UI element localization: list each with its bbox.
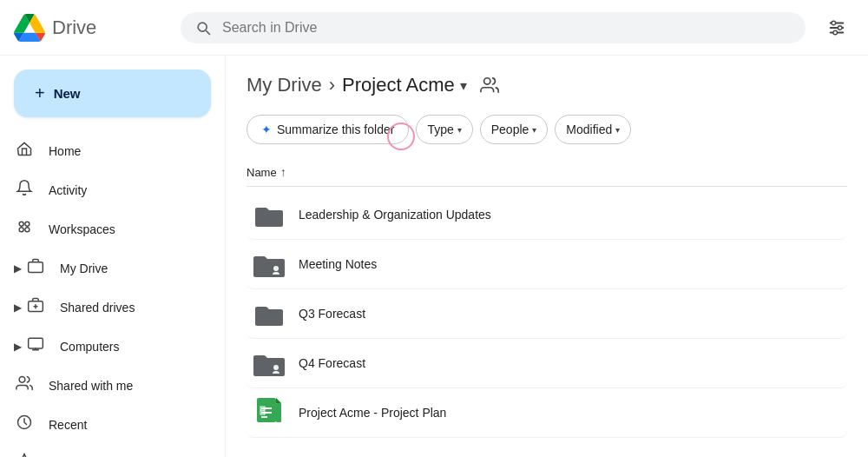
folder-icon (253, 298, 285, 329)
content-area: My Drive › Project Acme ▾ ✦ Summarize th… (226, 56, 868, 457)
file-list: Leadership & Organization Updates Meetin… (247, 190, 847, 438)
modified-filter-button[interactable]: Modified ▾ (555, 115, 631, 144)
sidebar-item-home[interactable]: Home (0, 131, 211, 170)
modified-filter-arrow-icon: ▾ (615, 125, 620, 135)
sidebar-item-label: Recent (49, 418, 87, 432)
sidebar-item-shared-drives[interactable]: ▶ Shared drives (0, 288, 211, 327)
new-plus-icon: + (35, 83, 45, 103)
table-header: Name ↑ (247, 158, 847, 187)
table-row[interactable]: Meeting Notes (247, 240, 847, 289)
svg-rect-24 (276, 403, 281, 422)
workspaces-icon (14, 218, 35, 240)
table-row[interactable]: Q4 Forecast (247, 339, 847, 388)
shared-with-me-icon (14, 374, 35, 396)
svg-point-20 (273, 266, 279, 271)
sidebar-item-activity[interactable]: Activity (0, 170, 211, 209)
table-row[interactable]: Leadership & Organization Updates (247, 190, 847, 240)
breadcrumb: My Drive › Project Acme ▾ (247, 70, 847, 101)
main-layout: + New Home Activity Workspaces ▶ (0, 56, 868, 457)
search-icon (194, 19, 212, 36)
sidebar-item-recent[interactable]: Recent (0, 405, 211, 444)
new-button[interactable]: + New (14, 70, 211, 117)
modified-filter-label: Modified (566, 123, 612, 136)
shared-drives-icon (25, 296, 46, 318)
my-drive-icon (25, 257, 46, 279)
sidebar-item-label: Shared drives (60, 301, 135, 315)
svg-point-5 (833, 30, 838, 35)
svg-rect-14 (29, 338, 43, 348)
logo-text: Drive (52, 17, 96, 39)
svg-point-15 (19, 377, 25, 383)
file-name: Leadership & Organization Updates (299, 208, 491, 222)
sidebar-item-label: Workspaces (49, 222, 115, 236)
type-filter-button[interactable]: Type ▾ (416, 115, 472, 144)
sidebar-item-my-drive[interactable]: ▶ My Drive (0, 248, 211, 288)
name-column-header[interactable]: Name ↑ (247, 165, 286, 179)
summarize-folder-button[interactable]: ✦ Summarize this folder (247, 115, 409, 144)
share-people-button[interactable] (474, 70, 505, 101)
file-name: Project Acme - Project Plan (299, 406, 446, 420)
logo-area: Drive (14, 12, 170, 43)
file-name: Q3 Forecast (299, 307, 365, 321)
breadcrumb-current-folder: Project Acme ▾ (342, 74, 467, 96)
file-name: Q4 Forecast (299, 356, 365, 370)
topbar-right (819, 10, 854, 45)
sidebar-item-shared-with-me[interactable]: Shared with me (0, 366, 211, 405)
filter-settings-button[interactable] (819, 10, 854, 45)
search-input[interactable] (222, 20, 792, 36)
sidebar: + New Home Activity Workspaces ▶ (0, 56, 226, 457)
svg-point-9 (25, 228, 30, 232)
chevron-right-icon: ▶ (14, 262, 22, 275)
svg-point-4 (838, 25, 842, 30)
sidebar-item-label: Activity (49, 183, 87, 197)
chevron-right-icon: ▶ (14, 301, 22, 314)
activity-icon (14, 179, 35, 201)
people-filter-button[interactable]: People ▾ (480, 115, 549, 144)
type-filter-arrow-icon: ▾ (457, 125, 462, 135)
recent-icon (14, 414, 35, 435)
file-name: Meeting Notes (299, 257, 377, 271)
sidebar-item-workspaces[interactable]: Workspaces (0, 209, 211, 248)
drive-logo-icon (14, 12, 45, 43)
type-filter-label: Type (427, 123, 453, 136)
breadcrumb-separator: › (329, 74, 335, 96)
sidebar-item-label: Computers (60, 340, 119, 354)
chevron-right-icon: ▶ (14, 341, 22, 353)
sidebar-item-label: Home (49, 144, 81, 158)
people-filter-label: People (491, 123, 529, 136)
new-button-label: New (54, 86, 81, 101)
table-row[interactable]: Project Acme - Project Plan (247, 388, 847, 438)
people-filter-arrow-icon: ▾ (532, 125, 536, 135)
sparkle-icon: ✦ (261, 123, 272, 136)
svg-rect-10 (29, 262, 43, 273)
folder-shared-icon (253, 248, 285, 280)
sidebar-item-label: My Drive (60, 262, 108, 275)
svg-point-7 (25, 222, 30, 226)
google-sheets-icon (253, 397, 285, 428)
home-icon (14, 140, 35, 162)
folder-shared-icon (253, 348, 285, 379)
svg-point-22 (273, 365, 279, 370)
sidebar-item-starred[interactable]: Starred (0, 444, 211, 457)
sidebar-item-label: Shared with me (49, 379, 133, 393)
filter-bar: ✦ Summarize this folder Type ▾ People ▾ … (247, 115, 847, 144)
computers-icon (25, 335, 46, 357)
svg-point-8 (19, 228, 23, 232)
breadcrumb-my-drive[interactable]: My Drive (247, 74, 322, 96)
svg-point-3 (832, 21, 836, 25)
sort-ascending-icon: ↑ (280, 165, 286, 179)
topbar: Drive (0, 0, 868, 56)
summarize-button-label: Summarize this folder (277, 123, 394, 136)
search-bar[interactable] (181, 12, 806, 43)
starred-icon (14, 453, 35, 457)
folder-icon (253, 199, 285, 230)
svg-rect-23 (257, 398, 276, 422)
table-row[interactable]: Q3 Forecast (247, 289, 847, 339)
breadcrumb-dropdown-icon[interactable]: ▾ (460, 77, 467, 94)
svg-point-18 (483, 78, 490, 84)
sidebar-item-computers[interactable]: ▶ Computers (0, 327, 211, 366)
svg-point-6 (19, 222, 23, 226)
